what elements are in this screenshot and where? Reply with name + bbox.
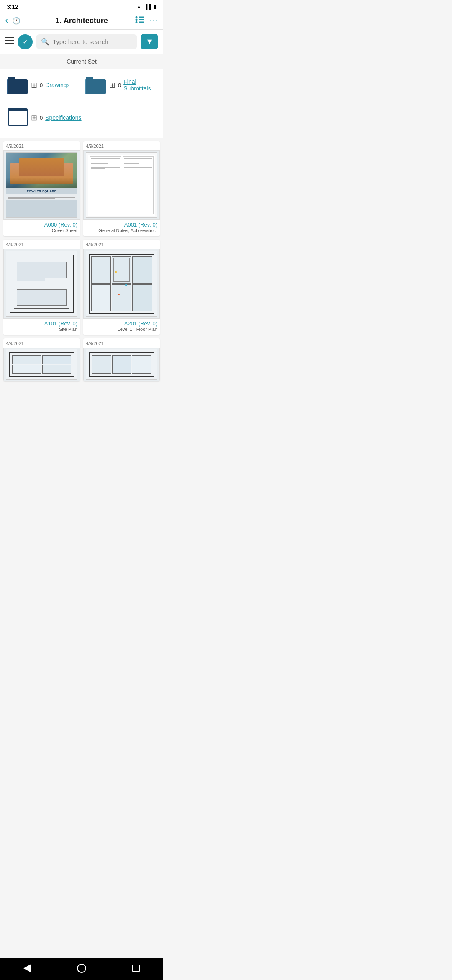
docs-section: 4/9/2021 FOWLER SQUARE <box>0 138 163 384</box>
doc-thumbnail-a201: ✒ <box>83 249 160 318</box>
doc-card-5[interactable]: 4/9/2021 <box>3 338 80 381</box>
doc-name-a201: Level 1 - Floor Plan <box>86 327 157 332</box>
wifi-icon: ▲ <box>136 4 141 10</box>
svg-point-2 <box>135 18 137 21</box>
svg-rect-3 <box>139 19 144 20</box>
signal-icon: ▐▐ <box>144 4 151 10</box>
doc-info-a000: A000 (Rev. 0) Cover Sheet <box>3 220 80 236</box>
doc-thumbnail-a101: ✒ <box>3 249 80 318</box>
folder-count-submittals: 0 <box>118 82 121 88</box>
layers-icon-drawings: ⊞ <box>31 80 37 90</box>
svg-rect-5 <box>139 21 144 23</box>
status-icons: ▲ ▐▐ ▮ <box>136 4 157 10</box>
search-input[interactable] <box>53 38 132 45</box>
status-time: 3:12 <box>7 3 18 10</box>
doc-thumbnail-5 <box>3 348 80 381</box>
more-options-button[interactable]: ··· <box>149 15 158 26</box>
doc-info-a001: A001 (Rev. 0) General Notes, Abbreviatio… <box>83 220 160 236</box>
folder-icon-wrapper-specs <box>7 108 28 128</box>
doc-name-a001: General Notes, Abbreviatio... <box>86 228 157 233</box>
doc-date-a001: 4/9/2021 <box>83 141 160 150</box>
doc-code-a001: A001 (Rev. 0) <box>86 222 157 228</box>
layers-icon-submittals: ⊞ <box>109 80 116 90</box>
folder-count-specs: 0 <box>40 115 43 121</box>
battery-icon: ▮ <box>154 4 157 10</box>
doc-code-a000: A000 (Rev. 0) <box>6 222 77 228</box>
doc-thumbnail-a001 <box>83 150 160 220</box>
folder-drawings[interactable]: ⊞ 0 Drawings <box>7 76 78 94</box>
folder-name-drawings: Drawings <box>45 82 69 88</box>
doc-code-a201: A201 (Rev. 0) <box>86 320 157 327</box>
svg-point-4 <box>135 21 137 23</box>
doc-card-6[interactable]: 4/9/2021 <box>83 338 160 381</box>
svg-rect-7 <box>5 40 14 41</box>
layers-icon-specs: ⊞ <box>31 113 37 122</box>
header: ‹ 🕐 1. Architecture ··· <box>0 12 163 30</box>
doc-info-a101: A101 (Rev. 0) Site Plan <box>3 319 80 335</box>
doc-thumbnail-a000: FOWLER SQUARE <box>3 150 80 220</box>
folder-icon-wrapper-drawings <box>7 76 28 94</box>
menu-button[interactable] <box>5 37 14 46</box>
doc-date-a201: 4/9/2021 <box>83 240 160 249</box>
doc-card-a001[interactable]: 4/9/2021 <box>83 141 160 236</box>
doc-date-6: 4/9/2021 <box>83 338 160 348</box>
doc-date-a101: 4/9/2021 <box>3 240 80 249</box>
search-bar-container: ✓ 🔍 ▼ <box>0 30 163 54</box>
svg-rect-8 <box>5 43 14 44</box>
svg-rect-6 <box>5 37 14 38</box>
doc-card-a101[interactable]: 4/9/2021 ✒ A101 (Rev. 0) Site Plan <box>3 240 80 335</box>
folder-name-specs: Specifications <box>45 114 81 121</box>
doc-name-a101: Site Plan <box>6 327 77 332</box>
search-input-wrapper: 🔍 <box>36 34 137 49</box>
folder-icon-wrapper-submittals <box>85 76 107 94</box>
docs-grid: 4/9/2021 FOWLER SQUARE <box>3 141 160 381</box>
check-icon: ✓ <box>23 38 28 46</box>
history-button[interactable]: 🕐 <box>12 17 21 25</box>
folder-name-submittals: Final Submittals <box>123 78 157 92</box>
header-actions: ··· <box>135 15 158 26</box>
doc-date-5: 4/9/2021 <box>3 338 80 348</box>
page-title: 1. Architecture <box>55 16 108 25</box>
doc-date-a000: 4/9/2021 <box>3 141 80 150</box>
back-button[interactable]: ‹ <box>5 15 8 26</box>
svg-rect-1 <box>139 16 144 18</box>
folder-specifications[interactable]: ⊞ 0 Specifications <box>7 108 157 128</box>
dropdown-button[interactable]: ▼ <box>141 34 158 49</box>
folder-final-submittals[interactable]: ⊞ 0 Final Submittals <box>85 76 157 94</box>
list-view-button[interactable] <box>135 16 144 26</box>
folders-grid: ⊞ 0 Drawings ⊞ 0 Final Submittals <box>7 76 157 134</box>
doc-name-a000: Cover Sheet <box>6 228 77 233</box>
current-set-label: Current Set <box>0 54 163 69</box>
doc-card-a000[interactable]: 4/9/2021 FOWLER SQUARE <box>3 141 80 236</box>
status-bar: 3:12 ▲ ▐▐ ▮ <box>0 0 163 12</box>
doc-card-a201[interactable]: 4/9/2021 ✒ <box>83 240 160 335</box>
doc-info-a201: A201 (Rev. 0) Level 1 - Floor Plan <box>83 319 160 335</box>
search-icon: 🔍 <box>41 38 49 46</box>
folders-section: ⊞ 0 Drawings ⊞ 0 Final Submittals <box>0 69 163 138</box>
doc-thumbnail-6 <box>83 348 160 381</box>
doc-code-a101: A101 (Rev. 0) <box>6 320 77 327</box>
check-button[interactable]: ✓ <box>18 34 33 49</box>
folder-count-drawings: 0 <box>40 82 43 88</box>
svg-point-0 <box>135 16 137 18</box>
